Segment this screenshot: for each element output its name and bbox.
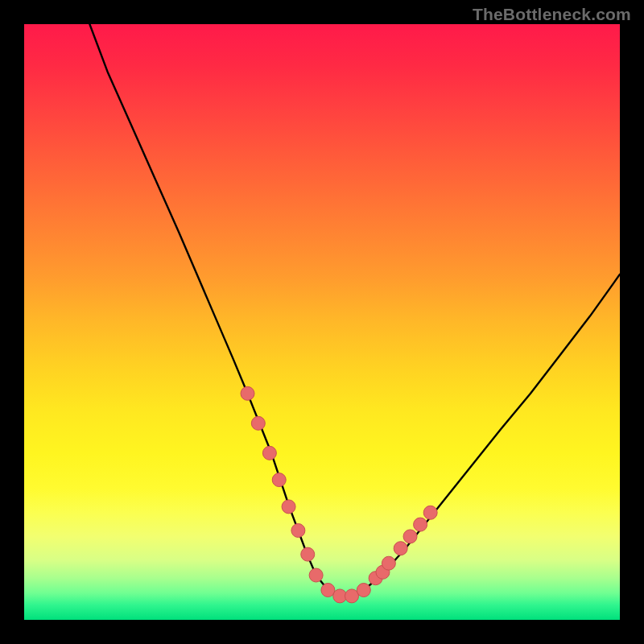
- curve-marker: [241, 386, 254, 400]
- curve-marker: [282, 500, 295, 514]
- watermark-text: TheBottleneck.com: [473, 5, 631, 24]
- curve-marker: [423, 506, 437, 519]
- curve-marker: [262, 446, 276, 460]
- plot-area: [24, 24, 620, 620]
- curve-marker: [272, 473, 286, 487]
- curve-marker: [357, 584, 370, 597]
- curve-marker: [309, 568, 323, 582]
- bottleneck-curve: [89, 24, 620, 596]
- curve-marker: [403, 530, 417, 543]
- curve-markers: [241, 386, 437, 603]
- chart-frame: TheBottleneck.com: [0, 0, 644, 644]
- curve-marker: [291, 524, 305, 538]
- curve-marker: [414, 518, 427, 531]
- chart-svg: [24, 24, 620, 620]
- curve-marker: [394, 542, 407, 555]
- curve-marker: [301, 547, 315, 561]
- curve-marker: [382, 556, 395, 570]
- curve-marker: [251, 416, 265, 430]
